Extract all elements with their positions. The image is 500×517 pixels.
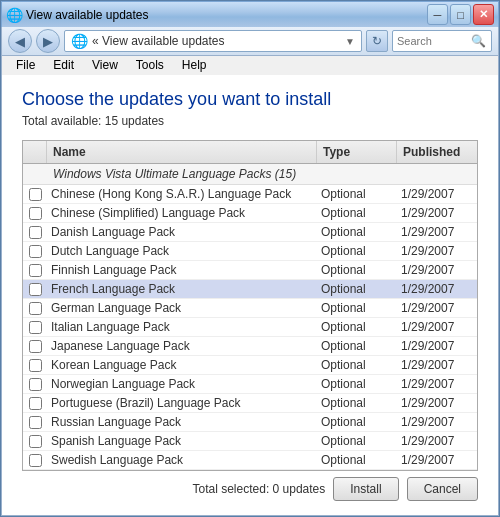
search-input[interactable]	[397, 35, 467, 47]
update-checkbox[interactable]	[29, 321, 42, 334]
row-checkbox[interactable]	[23, 262, 47, 279]
row-checkbox[interactable]	[23, 338, 47, 355]
row-date: 1/29/2007	[397, 375, 477, 393]
total-selected: Total selected: 0 updates	[22, 482, 325, 496]
update-checkbox[interactable]	[29, 302, 42, 315]
update-checkbox[interactable]	[29, 188, 42, 201]
group-header: Windows Vista Ultimate Language Packs (1…	[23, 164, 477, 185]
menu-help[interactable]: Help	[174, 56, 215, 74]
header-published: Published	[397, 141, 477, 163]
update-checkbox[interactable]	[29, 454, 42, 467]
table-row: Japanese Language PackOptional1/29/2007	[23, 337, 477, 356]
row-checkbox[interactable]	[23, 205, 47, 222]
menu-tools[interactable]: Tools	[128, 56, 172, 74]
search-icon[interactable]: 🔍	[471, 34, 486, 48]
row-date: 1/29/2007	[397, 394, 477, 412]
menu-bar: File Edit View Tools Help	[1, 56, 499, 75]
refresh-button[interactable]: ↻	[366, 30, 388, 52]
row-checkbox[interactable]	[23, 357, 47, 374]
row-name: Korean Language Pack	[47, 356, 317, 374]
title-bar-text: View available updates	[26, 8, 149, 22]
table-row: Korean Language PackOptional1/29/2007	[23, 356, 477, 375]
update-table: Name Type Published Windows Vista Ultima…	[22, 140, 478, 471]
row-name: Dutch Language Pack	[47, 242, 317, 260]
row-type: Optional	[317, 356, 397, 374]
address-icon: 🌐	[71, 33, 88, 49]
row-name: Portuguese (Brazil) Language Pack	[47, 394, 317, 412]
row-name: Chinese (Hong Kong S.A.R.) Language Pack	[47, 185, 317, 203]
row-checkbox[interactable]	[23, 281, 47, 298]
row-date: 1/29/2007	[397, 337, 477, 355]
row-type: Optional	[317, 394, 397, 412]
title-bar: 🌐 View available updates ─ □ ✕	[1, 1, 499, 27]
row-type: Optional	[317, 451, 397, 469]
title-bar-left: 🌐 View available updates	[6, 7, 149, 23]
update-checkbox[interactable]	[29, 207, 42, 220]
row-type: Optional	[317, 432, 397, 450]
row-date: 1/29/2007	[397, 204, 477, 222]
main-window: 🌐 View available updates ─ □ ✕ ◀ ▶ 🌐 « V…	[0, 0, 500, 517]
menu-file[interactable]: File	[8, 56, 43, 74]
row-type: Optional	[317, 223, 397, 241]
update-checkbox[interactable]	[29, 226, 42, 239]
row-name: Chinese (Simplified) Language Pack	[47, 204, 317, 222]
row-name: Finnish Language Pack	[47, 261, 317, 279]
forward-button[interactable]: ▶	[36, 29, 60, 53]
row-checkbox[interactable]	[23, 452, 47, 469]
update-checkbox[interactable]	[29, 397, 42, 410]
table-row: Portuguese (Brazil) Language PackOptiona…	[23, 394, 477, 413]
row-type: Optional	[317, 242, 397, 260]
row-name: Danish Language Pack	[47, 223, 317, 241]
row-type: Optional	[317, 337, 397, 355]
table-row: Dutch Language PackOptional1/29/2007	[23, 242, 477, 261]
update-rows-container: Chinese (Hong Kong S.A.R.) Language Pack…	[23, 185, 477, 470]
search-bar[interactable]: 🔍	[392, 30, 492, 52]
cancel-button[interactable]: Cancel	[407, 477, 478, 501]
row-date: 1/29/2007	[397, 413, 477, 431]
minimize-button[interactable]: ─	[427, 4, 448, 25]
window-controls: ─ □ ✕	[427, 4, 494, 25]
main-content: Choose the updates you want to install T…	[1, 75, 499, 516]
maximize-button[interactable]: □	[450, 4, 471, 25]
update-checkbox[interactable]	[29, 283, 42, 296]
address-dropdown-arrow[interactable]: ▼	[345, 36, 355, 47]
browser-icon: 🌐	[6, 7, 22, 23]
update-checkbox[interactable]	[29, 264, 42, 277]
row-checkbox[interactable]	[23, 243, 47, 260]
row-checkbox[interactable]	[23, 319, 47, 336]
header-checkbox	[23, 141, 47, 163]
row-checkbox[interactable]	[23, 186, 47, 203]
update-checkbox[interactable]	[29, 435, 42, 448]
row-name: Norwegian Language Pack	[47, 375, 317, 393]
update-checkbox[interactable]	[29, 245, 42, 258]
row-date: 1/29/2007	[397, 261, 477, 279]
group-header-text: Windows Vista Ultimate Language Packs (1…	[53, 167, 471, 181]
table-row: Italian Language PackOptional1/29/2007	[23, 318, 477, 337]
row-date: 1/29/2007	[397, 356, 477, 374]
header-type: Type	[317, 141, 397, 163]
table-row: Norwegian Language PackOptional1/29/2007	[23, 375, 477, 394]
row-checkbox[interactable]	[23, 433, 47, 450]
update-checkbox[interactable]	[29, 378, 42, 391]
install-button[interactable]: Install	[333, 477, 398, 501]
table-row: Spanish Language PackOptional1/29/2007	[23, 432, 477, 451]
row-checkbox[interactable]	[23, 395, 47, 412]
row-checkbox[interactable]	[23, 224, 47, 241]
update-checkbox[interactable]	[29, 416, 42, 429]
row-checkbox[interactable]	[23, 300, 47, 317]
row-type: Optional	[317, 261, 397, 279]
row-checkbox[interactable]	[23, 376, 47, 393]
row-date: 1/29/2007	[397, 432, 477, 450]
update-checkbox[interactable]	[29, 359, 42, 372]
menu-edit[interactable]: Edit	[45, 56, 82, 74]
row-type: Optional	[317, 185, 397, 203]
update-checkbox[interactable]	[29, 340, 42, 353]
close-button[interactable]: ✕	[473, 4, 494, 25]
row-type: Optional	[317, 204, 397, 222]
row-date: 1/29/2007	[397, 318, 477, 336]
row-checkbox[interactable]	[23, 414, 47, 431]
menu-view[interactable]: View	[84, 56, 126, 74]
address-bar[interactable]: 🌐 « View available updates ▼	[64, 30, 362, 52]
footer: Total selected: 0 updates Install Cancel	[22, 471, 478, 505]
back-button[interactable]: ◀	[8, 29, 32, 53]
